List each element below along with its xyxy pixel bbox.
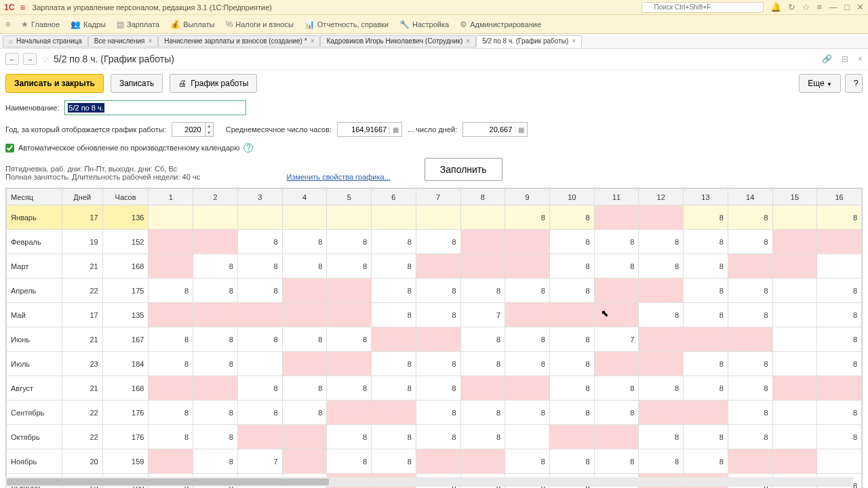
hours-cell[interactable]: 184 [102,352,149,376]
days-cell[interactable]: 17 [62,303,102,327]
day-cell[interactable] [772,303,817,327]
day-cell[interactable]: 8 [327,425,372,449]
schedule-button[interactable]: 🖨График работы [170,74,257,93]
day-cell[interactable] [639,401,684,425]
day-cell[interactable] [594,279,639,303]
fill-button[interactable]: Заполнить [425,158,502,181]
day-cell[interactable]: 8 [416,425,460,449]
day-cell[interactable] [193,230,238,254]
day-cell[interactable]: 8 [416,303,460,327]
day-cell[interactable] [772,205,817,230]
day-cell[interactable]: 8 [282,254,327,279]
hamburger-icon[interactable]: ≡ [20,2,25,13]
day-cell[interactable]: 8 [237,254,282,279]
tab-home[interactable]: ⌂Начальная страница [3,35,88,47]
day-cell[interactable]: 8 [639,303,684,327]
day-cell[interactable]: 8 [149,425,193,449]
day-cell[interactable] [817,376,862,401]
day-cell[interactable]: 8 [327,254,372,279]
day-cell[interactable]: 8 [327,376,372,401]
day-cell[interactable]: 8 [728,279,772,303]
day-cell[interactable]: 8 [594,449,639,474]
col-days[interactable]: Дней [62,189,102,205]
col-day-4[interactable]: 4 [282,189,327,205]
minimize-icon[interactable]: — [829,2,837,12]
days-cell[interactable]: 22 [62,279,102,303]
days-cell[interactable]: 21 [62,254,102,279]
day-cell[interactable] [772,279,817,303]
tab-2[interactable]: Начисление зарплаты и взносов (создание)… [158,35,320,47]
day-cell[interactable] [684,401,728,425]
day-cell[interactable]: 8 [372,449,416,474]
col-day-14[interactable]: 14 [728,189,772,205]
day-cell[interactable] [505,254,550,279]
day-cell[interactable] [772,254,817,279]
day-cell[interactable]: 8 [282,327,327,352]
tab-3[interactable]: Кадровиков Игорь Николаевич (Сотрудник)× [320,35,476,47]
day-cell[interactable]: 7 [594,327,639,352]
day-cell[interactable] [772,425,817,449]
menu-bars[interactable]: ≡ [5,20,10,29]
day-cell[interactable]: 8 [549,327,594,352]
day-cell[interactable]: 8 [549,401,594,425]
day-cell[interactable]: 8 [817,352,862,376]
month-cell[interactable]: Октябрь [7,425,62,449]
day-cell[interactable]: 8 [416,401,460,425]
day-cell[interactable] [327,401,372,425]
day-cell[interactable]: 8 [639,254,684,279]
hours-cell[interactable]: 176 [102,425,149,449]
day-cell[interactable] [817,254,862,279]
col-day-7[interactable]: 7 [416,189,460,205]
day-cell[interactable] [505,376,550,401]
day-cell[interactable]: 8 [193,425,238,449]
col-day-15[interactable]: 15 [772,189,817,205]
hours-cell[interactable]: 175 [102,279,149,303]
tab-close-icon[interactable]: × [311,37,315,45]
day-cell[interactable]: 8 [505,449,550,474]
day-cell[interactable]: 8 [505,352,550,376]
day-cell[interactable]: 8 [149,327,193,352]
day-cell[interactable] [193,205,238,230]
col-day-3[interactable]: 3 [237,189,282,205]
day-cell[interactable]: 8 [237,230,282,254]
day-cell[interactable]: 8 [149,401,193,425]
day-cell[interactable] [149,254,193,279]
day-cell[interactable] [772,401,817,425]
day-cell[interactable]: 8 [282,230,327,254]
day-cell[interactable]: 8 [684,449,728,474]
day-cell[interactable]: 8 [639,449,684,474]
maximize-icon[interactable]: □ [844,2,850,12]
day-cell[interactable] [639,205,684,230]
day-cell[interactable]: 8 [282,376,327,401]
day-cell[interactable] [460,449,505,474]
month-cell[interactable]: Март [7,254,62,279]
day-cell[interactable]: 8 [327,449,372,474]
day-cell[interactable] [416,254,460,279]
month-cell[interactable]: Ноябрь [7,449,62,474]
day-cell[interactable] [149,303,193,327]
day-cell[interactable]: 8 [416,376,460,401]
day-cell[interactable] [149,230,193,254]
day-cell[interactable] [772,352,817,376]
day-cell[interactable] [505,303,550,327]
day-cell[interactable]: 8 [684,376,728,401]
day-cell[interactable]: 8 [372,254,416,279]
day-cell[interactable]: 8 [237,327,282,352]
day-cell[interactable] [149,376,193,401]
day-cell[interactable] [193,376,238,401]
col-day-13[interactable]: 13 [684,189,728,205]
day-cell[interactable]: 8 [817,425,862,449]
month-cell[interactable]: Август [7,376,62,401]
day-cell[interactable] [505,425,550,449]
day-cell[interactable] [327,205,372,230]
day-cell[interactable] [282,205,327,230]
day-cell[interactable] [237,205,282,230]
day-cell[interactable] [728,254,772,279]
day-cell[interactable] [327,279,372,303]
nav-back-button[interactable]: ← [5,53,19,65]
day-cell[interactable] [460,205,505,230]
day-cell[interactable]: 8 [549,449,594,474]
day-cell[interactable] [639,352,684,376]
day-cell[interactable]: 8 [728,401,772,425]
day-cell[interactable]: 8 [460,279,505,303]
